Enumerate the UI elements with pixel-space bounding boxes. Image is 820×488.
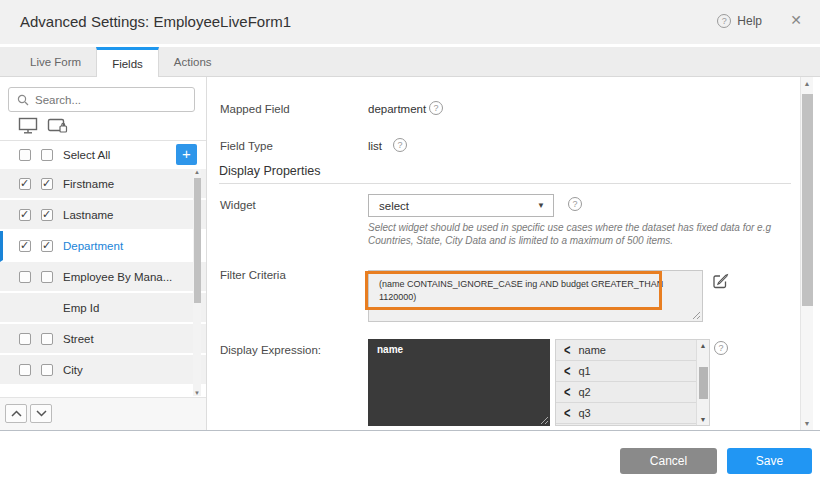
field-reorder-row xyxy=(0,397,206,430)
widget-select-value: select xyxy=(379,200,409,212)
dropdown-caret-icon: ▼ xyxy=(537,201,545,210)
options-scroll-thumb[interactable] xyxy=(699,367,708,399)
display-expression-help-icon[interactable]: ? xyxy=(714,341,728,355)
move-field-up-button[interactable] xyxy=(5,404,27,423)
field-label: Lastname xyxy=(63,209,114,221)
expression-option-label: name xyxy=(578,344,606,356)
scroll-up-icon[interactable]: ▲ xyxy=(697,342,709,349)
filter-criteria-textarea[interactable]: (name CONTAINS_IGNORE_CASE ing AND budge… xyxy=(368,270,703,322)
scroll-up-icon[interactable]: ▲ xyxy=(193,169,201,175)
tab-live-form[interactable]: Live Form xyxy=(15,47,96,77)
field-type-value: list xyxy=(368,140,382,152)
resize-grip-icon[interactable] xyxy=(540,416,549,425)
mapped-field-help-icon[interactable]: ? xyxy=(429,101,443,115)
filter-criteria-value: (name CONTAINS_IGNORE_CASE ing AND budge… xyxy=(379,278,664,304)
select-all-web-checkbox[interactable] xyxy=(19,149,31,161)
expression-option-row[interactable]: < name xyxy=(556,340,709,361)
device-toggle-row xyxy=(18,117,68,134)
scroll-up-icon[interactable]: ▲ xyxy=(801,80,813,87)
sidebar-field-row[interactable]: Department xyxy=(0,231,207,262)
scroll-down-icon[interactable]: ▼ xyxy=(697,416,709,423)
display-properties-heading: Display Properties xyxy=(219,164,320,178)
tab-bar: Live Form Fields Actions xyxy=(0,47,820,77)
field-web-checkbox[interactable] xyxy=(19,333,31,345)
display-expression-label: Display Expression: xyxy=(220,344,321,356)
field-web-checkbox[interactable] xyxy=(19,178,31,190)
cancel-button[interactable]: Cancel xyxy=(620,448,717,474)
select-all-mobile-checkbox[interactable] xyxy=(41,149,53,161)
sidebar-scroll-thumb[interactable] xyxy=(194,178,201,303)
resize-grip-icon[interactable] xyxy=(692,311,701,320)
field-web-checkbox[interactable] xyxy=(19,271,31,283)
expression-options-panel: < name < q1 < q2 < q3 ▲ ▼ xyxy=(555,339,710,426)
save-button[interactable]: Save xyxy=(727,448,812,474)
field-properties-panel: Mapped Field department ? Field Type lis… xyxy=(207,77,800,430)
advanced-settings-dialog: Advanced Settings: EmployeeLiveForm1 ? H… xyxy=(0,0,820,488)
expression-option-row[interactable]: < q2 xyxy=(556,382,709,403)
tab-fields[interactable]: Fields xyxy=(96,47,159,78)
expression-option-row[interactable]: < q1 xyxy=(556,361,709,382)
widget-label: Widget xyxy=(220,199,256,211)
search-box[interactable] xyxy=(8,87,195,112)
expression-option-row[interactable]: < q3 xyxy=(556,403,709,424)
field-mobile-checkbox[interactable] xyxy=(41,209,53,221)
field-type-label: Field Type xyxy=(220,140,273,152)
widget-select[interactable]: select ▼ xyxy=(368,194,554,217)
move-left-chevron-icon[interactable]: < xyxy=(564,405,570,421)
field-web-checkbox[interactable] xyxy=(19,209,31,221)
field-mobile-checkbox[interactable] xyxy=(41,178,53,190)
field-type-help-icon[interactable]: ? xyxy=(393,138,407,152)
move-left-chevron-icon[interactable]: < xyxy=(564,342,570,358)
sidebar-field-row[interactable]: Firstname xyxy=(0,169,207,200)
help-button[interactable]: ? Help xyxy=(717,14,762,28)
expression-options: < name < q1 < q2 < q3 xyxy=(556,340,709,424)
scroll-down-icon[interactable]: ▼ xyxy=(801,420,813,427)
help-icon: ? xyxy=(717,14,731,28)
expression-option-label: q1 xyxy=(578,365,590,377)
filter-criteria-label: Filter Criteria xyxy=(220,269,286,281)
fields-sidebar: Select All + Firstname Lastname Departme… xyxy=(0,77,207,430)
main-scroll-thumb[interactable] xyxy=(802,94,813,306)
sidebar-field-row[interactable]: Emp Id xyxy=(0,293,207,324)
field-label: Street xyxy=(63,333,94,345)
field-web-checkbox[interactable] xyxy=(19,240,31,252)
search-icon xyxy=(17,94,29,106)
section-divider xyxy=(219,183,791,184)
field-mobile-checkbox[interactable] xyxy=(41,240,53,252)
move-left-chevron-icon[interactable]: < xyxy=(564,384,570,400)
display-expression-editor[interactable]: name xyxy=(368,339,550,426)
field-label: City xyxy=(63,364,83,376)
sidebar-field-row[interactable]: City xyxy=(0,355,207,386)
main-scrollbar[interactable]: ▲ ▼ xyxy=(800,77,813,430)
field-label: Employee By Mana... xyxy=(63,271,172,283)
tab-actions[interactable]: Actions xyxy=(159,47,227,77)
options-scrollbar[interactable]: ▲ ▼ xyxy=(696,340,709,425)
select-all-label: Select All xyxy=(63,149,110,161)
sidebar-field-row[interactable]: Employee By Mana... xyxy=(0,262,207,293)
mobile-icon[interactable] xyxy=(47,117,68,134)
mapped-field-label: Mapped Field xyxy=(220,103,290,115)
field-label: Firstname xyxy=(63,178,114,190)
desktop-icon[interactable] xyxy=(18,117,38,134)
move-field-down-button[interactable] xyxy=(30,404,52,423)
scroll-down-icon[interactable]: ▼ xyxy=(193,390,201,396)
field-mobile-checkbox[interactable] xyxy=(41,271,53,283)
field-mobile-checkbox[interactable] xyxy=(41,333,53,345)
widget-hint-text: Select widget should be used in specific… xyxy=(368,221,800,247)
sidebar-scrollbar[interactable]: ▲ ▼ xyxy=(193,169,201,396)
field-web-checkbox[interactable] xyxy=(19,364,31,376)
sidebar-field-row[interactable]: Lastname xyxy=(0,200,207,231)
sidebar-field-row[interactable]: Street xyxy=(0,324,207,355)
widget-help-icon[interactable]: ? xyxy=(568,197,582,211)
field-label: Emp Id xyxy=(63,302,99,314)
field-mobile-checkbox[interactable] xyxy=(41,364,53,376)
chevron-up-icon xyxy=(11,410,22,417)
search-input[interactable] xyxy=(35,94,175,106)
help-label: Help xyxy=(737,14,762,28)
edit-icon[interactable] xyxy=(712,272,729,289)
move-left-chevron-icon[interactable]: < xyxy=(564,363,570,379)
field-label: Department xyxy=(63,240,123,252)
close-icon[interactable]: ✕ xyxy=(790,12,802,28)
add-field-button[interactable]: + xyxy=(176,144,197,165)
select-all-row[interactable]: Select All + xyxy=(0,141,207,169)
